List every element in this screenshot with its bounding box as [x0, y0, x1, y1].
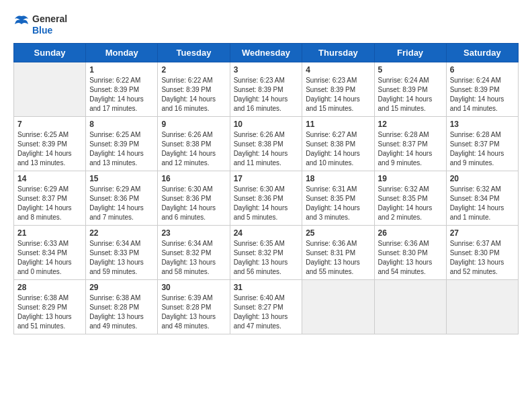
calendar-cell: 4Sunrise: 6:23 AM Sunset: 8:39 PM Daylig…: [302, 62, 374, 116]
day-number: 20: [450, 174, 515, 183]
calendar-cell: 24Sunrise: 6:35 AM Sunset: 8:32 PM Dayli…: [230, 225, 302, 279]
calendar-header: SundayMondayTuesdayWednesdayThursdayFrid…: [14, 43, 519, 62]
calendar-cell: 11Sunrise: 6:27 AM Sunset: 8:38 PM Dayli…: [302, 116, 374, 171]
day-header-monday: Monday: [86, 43, 158, 62]
calendar-body: 1Sunrise: 6:22 AM Sunset: 8:39 PM Daylig…: [14, 62, 519, 334]
day-number: 26: [378, 228, 443, 238]
calendar-cell: [302, 279, 374, 334]
day-info: Sunrise: 6:38 AM Sunset: 8:29 PM Dayligh…: [17, 293, 82, 331]
calendar-cell: 6Sunrise: 6:24 AM Sunset: 8:39 PM Daylig…: [446, 62, 518, 116]
day-info: Sunrise: 6:28 AM Sunset: 8:37 PM Dayligh…: [450, 130, 515, 168]
calendar-table: SundayMondayTuesdayWednesdayThursdayFrid…: [13, 43, 519, 334]
day-info: Sunrise: 6:29 AM Sunset: 8:36 PM Dayligh…: [89, 185, 154, 222]
day-info: Sunrise: 6:40 AM Sunset: 8:27 PM Dayligh…: [234, 293, 299, 331]
day-number: 30: [161, 283, 226, 292]
day-header-thursday: Thursday: [302, 43, 374, 62]
day-number: 10: [234, 120, 299, 129]
calendar-cell: 9Sunrise: 6:26 AM Sunset: 8:38 PM Daylig…: [158, 116, 230, 171]
day-info: Sunrise: 6:33 AM Sunset: 8:34 PM Dayligh…: [17, 239, 82, 277]
logo-bird-icon: [13, 15, 30, 35]
day-number: 1: [89, 65, 154, 75]
calendar-cell: 17Sunrise: 6:30 AM Sunset: 8:36 PM Dayli…: [230, 171, 302, 225]
day-info: Sunrise: 6:36 AM Sunset: 8:30 PM Dayligh…: [378, 239, 443, 277]
calendar-cell: 14Sunrise: 6:29 AM Sunset: 8:37 PM Dayli…: [14, 171, 86, 225]
calendar-cell: 22Sunrise: 6:34 AM Sunset: 8:33 PM Dayli…: [86, 225, 158, 279]
day-number: 6: [450, 65, 515, 75]
day-header-sunday: Sunday: [14, 43, 86, 62]
day-number: 15: [89, 174, 154, 183]
day-info: Sunrise: 6:30 AM Sunset: 8:36 PM Dayligh…: [234, 185, 299, 222]
logo: General Blue: [13, 13, 67, 36]
day-info: Sunrise: 6:23 AM Sunset: 8:39 PM Dayligh…: [234, 76, 299, 113]
calendar-cell: 20Sunrise: 6:32 AM Sunset: 8:34 PM Dayli…: [446, 171, 518, 225]
calendar-cell: 8Sunrise: 6:25 AM Sunset: 8:39 PM Daylig…: [86, 116, 158, 171]
calendar-cell: 19Sunrise: 6:32 AM Sunset: 8:35 PM Dayli…: [374, 171, 446, 225]
calendar-cell: 7Sunrise: 6:25 AM Sunset: 8:39 PM Daylig…: [14, 116, 86, 171]
day-info: Sunrise: 6:25 AM Sunset: 8:39 PM Dayligh…: [89, 130, 154, 168]
calendar-cell: 23Sunrise: 6:34 AM Sunset: 8:32 PM Dayli…: [158, 225, 230, 279]
day-header-saturday: Saturday: [446, 43, 518, 62]
day-number: 31: [234, 283, 299, 292]
calendar-cell: 29Sunrise: 6:38 AM Sunset: 8:28 PM Dayli…: [86, 279, 158, 334]
calendar-cell: 3Sunrise: 6:23 AM Sunset: 8:39 PM Daylig…: [230, 62, 302, 116]
calendar-cell: [446, 279, 518, 334]
day-info: Sunrise: 6:22 AM Sunset: 8:39 PM Dayligh…: [161, 76, 226, 113]
calendar-cell: 15Sunrise: 6:29 AM Sunset: 8:36 PM Dayli…: [86, 171, 158, 225]
day-info: Sunrise: 6:32 AM Sunset: 8:35 PM Dayligh…: [378, 185, 443, 222]
day-info: Sunrise: 6:34 AM Sunset: 8:33 PM Dayligh…: [89, 239, 154, 277]
day-number: 11: [306, 120, 370, 129]
day-info: Sunrise: 6:23 AM Sunset: 8:39 PM Dayligh…: [306, 76, 370, 113]
days-of-week-row: SundayMondayTuesdayWednesdayThursdayFrid…: [14, 43, 519, 62]
day-info: Sunrise: 6:26 AM Sunset: 8:38 PM Dayligh…: [161, 130, 226, 168]
week-row-4: 21Sunrise: 6:33 AM Sunset: 8:34 PM Dayli…: [14, 225, 519, 279]
logo-general: General: [32, 13, 67, 25]
calendar-cell: 25Sunrise: 6:36 AM Sunset: 8:31 PM Dayli…: [302, 225, 374, 279]
header: General Blue: [13, 13, 519, 36]
week-row-2: 7Sunrise: 6:25 AM Sunset: 8:39 PM Daylig…: [14, 116, 519, 171]
day-header-friday: Friday: [374, 43, 446, 62]
calendar-cell: 13Sunrise: 6:28 AM Sunset: 8:37 PM Dayli…: [446, 116, 518, 171]
day-header-wednesday: Wednesday: [230, 43, 302, 62]
day-info: Sunrise: 6:30 AM Sunset: 8:36 PM Dayligh…: [161, 185, 226, 222]
day-number: 25: [306, 228, 370, 238]
calendar-cell: 1Sunrise: 6:22 AM Sunset: 8:39 PM Daylig…: [86, 62, 158, 116]
day-info: Sunrise: 6:31 AM Sunset: 8:35 PM Dayligh…: [306, 185, 370, 222]
day-number: 9: [161, 120, 226, 129]
day-number: 21: [17, 228, 82, 238]
logo-container: General Blue: [13, 13, 67, 36]
day-number: 5: [378, 65, 443, 75]
day-number: 23: [161, 228, 226, 238]
week-row-3: 14Sunrise: 6:29 AM Sunset: 8:37 PM Dayli…: [14, 171, 519, 225]
calendar-cell: 31Sunrise: 6:40 AM Sunset: 8:27 PM Dayli…: [230, 279, 302, 334]
calendar-cell: [14, 62, 86, 116]
week-row-1: 1Sunrise: 6:22 AM Sunset: 8:39 PM Daylig…: [14, 62, 519, 116]
day-number: 24: [234, 228, 299, 238]
calendar-cell: 27Sunrise: 6:37 AM Sunset: 8:30 PM Dayli…: [446, 225, 518, 279]
day-info: Sunrise: 6:39 AM Sunset: 8:28 PM Dayligh…: [161, 293, 226, 331]
week-row-5: 28Sunrise: 6:38 AM Sunset: 8:29 PM Dayli…: [14, 279, 519, 334]
day-number: 27: [450, 228, 515, 238]
day-info: Sunrise: 6:28 AM Sunset: 8:37 PM Dayligh…: [378, 130, 443, 168]
day-number: 13: [450, 120, 515, 129]
day-number: 19: [378, 174, 443, 183]
day-number: 8: [89, 120, 154, 129]
day-info: Sunrise: 6:27 AM Sunset: 8:38 PM Dayligh…: [306, 130, 370, 168]
day-info: Sunrise: 6:24 AM Sunset: 8:39 PM Dayligh…: [378, 76, 443, 113]
calendar-cell: 18Sunrise: 6:31 AM Sunset: 8:35 PM Dayli…: [302, 171, 374, 225]
calendar-cell: [374, 279, 446, 334]
logo-blue: Blue: [32, 25, 67, 36]
calendar-cell: 12Sunrise: 6:28 AM Sunset: 8:37 PM Dayli…: [374, 116, 446, 171]
day-info: Sunrise: 6:36 AM Sunset: 8:31 PM Dayligh…: [306, 239, 370, 277]
day-number: 29: [89, 283, 154, 292]
day-info: Sunrise: 6:22 AM Sunset: 8:39 PM Dayligh…: [89, 76, 154, 113]
calendar-cell: 21Sunrise: 6:33 AM Sunset: 8:34 PM Dayli…: [14, 225, 86, 279]
day-number: 17: [234, 174, 299, 183]
day-info: Sunrise: 6:29 AM Sunset: 8:37 PM Dayligh…: [17, 185, 82, 222]
day-number: 2: [161, 65, 226, 75]
day-info: Sunrise: 6:26 AM Sunset: 8:38 PM Dayligh…: [234, 130, 299, 168]
calendar-cell: 10Sunrise: 6:26 AM Sunset: 8:38 PM Dayli…: [230, 116, 302, 171]
calendar-cell: 26Sunrise: 6:36 AM Sunset: 8:30 PM Dayli…: [374, 225, 446, 279]
day-number: 28: [17, 283, 82, 292]
calendar-cell: 2Sunrise: 6:22 AM Sunset: 8:39 PM Daylig…: [158, 62, 230, 116]
day-number: 3: [234, 65, 299, 75]
